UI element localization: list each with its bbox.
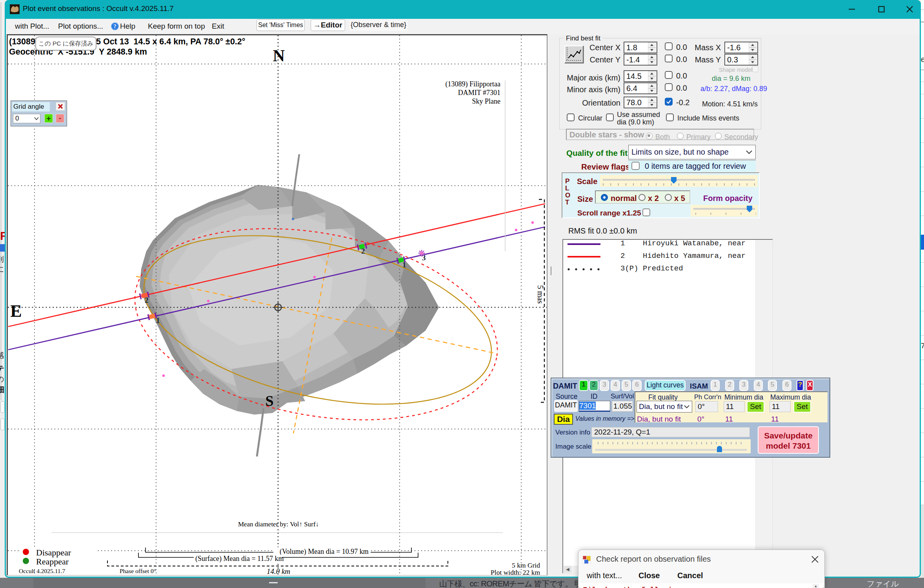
svg-text:Reappear: Reappear — [36, 557, 69, 566]
svg-text:Phase offset 0°: Phase offset 0° — [120, 568, 156, 574]
svg-text:Mean diameter by: Vol↑ Surf↓: Mean diameter by: Vol↑ Surf↓ — [238, 520, 319, 528]
svg-text:(Volume) Mean dia = 10.97 km: (Volume) Mean dia = 10.97 km — [280, 548, 369, 556]
svg-text:S: S — [265, 393, 273, 409]
svg-text:E: E — [10, 301, 22, 321]
svg-text:5 Oct 13 14.5 x 6.4 km, PA 78: 5 Oct 13 14.5 x 6.4 km, PA 78.0° ±0.2° — [96, 37, 245, 46]
svg-text:5 km Grid: 5 km Grid — [512, 561, 540, 569]
svg-text:?: ? — [114, 24, 116, 29]
svg-text:1: 1 — [156, 316, 160, 325]
svg-text:Sky Plane: Sky Plane — [472, 97, 500, 105]
svg-text:Plot width: 22 km: Plot width: 22 km — [491, 568, 540, 575]
svg-text:2: 2 — [145, 296, 149, 304]
svg-text:(13089) Filipportaa: (13089) Filipportaa — [446, 80, 500, 88]
svg-text:2: 2 — [361, 247, 365, 255]
svg-text:DAMIT #7301: DAMIT #7301 — [458, 89, 500, 97]
svg-text:Disappear: Disappear — [36, 548, 71, 557]
svg-text:5 mas: 5 mas — [536, 285, 545, 303]
svg-text:1: 1 — [402, 261, 406, 269]
svg-text:(Surface) Mean dia = 11.57 km: (Surface) Mean dia = 11.57 km — [195, 555, 284, 563]
svg-text:14.0 km: 14.0 km — [267, 567, 290, 575]
svg-text:N: N — [273, 47, 285, 65]
svg-text:Occult 4.2025.11.7: Occult 4.2025.11.7 — [19, 568, 65, 574]
